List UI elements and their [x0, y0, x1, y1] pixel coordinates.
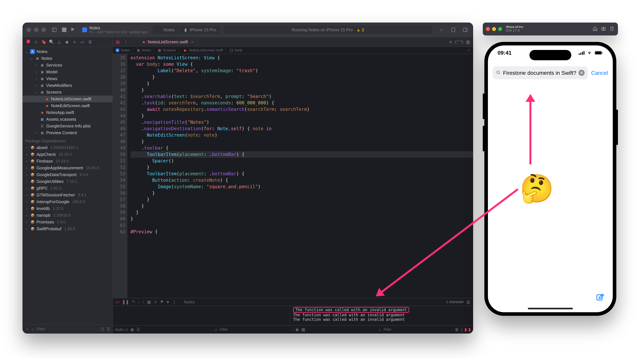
project-tree[interactable]: ⌄A Notes ⌄▣ Notes ›▣Services ›▣Model ›▣V… [23, 47, 112, 324]
tree-package[interactable]: ›📦Firebase10.24.0 [23, 158, 112, 164]
pause-button[interactable]: ❚❚ [122, 299, 129, 304]
authors-button[interactable]: ⎌ [468, 48, 470, 52]
tree-package[interactable]: ›📦SwiftProtobuf1.26.0 [23, 225, 112, 232]
navigator-filter-input[interactable] [36, 327, 98, 331]
view-debug-button[interactable]: ▦ [147, 299, 151, 304]
tree-file-selected[interactable]: ◆NotesListScreen.swift [23, 96, 112, 102]
auto-scope-button[interactable]: Auto ◇ [115, 327, 128, 332]
clear-button[interactable]: ✕ [578, 70, 584, 76]
quicklook-icon[interactable]: ◉ [130, 327, 134, 332]
nav-forward-button[interactable]: 〉 [130, 39, 134, 45]
show-vars-button[interactable]: ▮ [464, 327, 467, 332]
tree-package[interactable]: ›📦InteropForGoogle100.0.0 [23, 198, 112, 205]
nav-back-button[interactable]: 〈 [122, 39, 127, 45]
screenshot-button[interactable] [600, 26, 606, 32]
tree-folder[interactable]: ›▣Views [23, 75, 112, 82]
tree-folder[interactable]: ›▣Preview Content [23, 129, 112, 136]
jump-bar[interactable]: A Notes〉 ▣Notes〉 ▣Screens〉 ◆NotesListScr… [113, 47, 473, 54]
scheme-selector[interactable]: Notes #1 – Add "Notes for iOS" sample ap… [79, 23, 151, 37]
add-target-button[interactable]: ＋ [25, 326, 29, 332]
tree-package[interactable]: ›📦GoogleDataTransport9.4.0 [23, 171, 112, 178]
tree-package[interactable]: ›📦AppCheck10.19.0 [23, 151, 112, 158]
scm-filter-button[interactable]: ☰ [106, 327, 110, 331]
debug-tab[interactable]: ⎋ [72, 40, 78, 45]
tree-package[interactable]: ›📦GTMSessionFetcher3.4.1 [23, 192, 112, 198]
add-button[interactable]: ＋ [437, 27, 446, 33]
tree-folder[interactable]: ›▣Services [23, 62, 112, 69]
show-console-button[interactable]: ▮ [468, 327, 471, 332]
rotate-button[interactable] [609, 26, 615, 32]
clear-console-button[interactable]: 🗑 [455, 327, 459, 332]
home-button[interactable] [592, 26, 598, 32]
reports-tab[interactable]: ≣ [87, 40, 93, 45]
environment-button[interactable]: ⚑ [160, 299, 164, 304]
console-input-icon[interactable]: ▦ [301, 327, 305, 332]
issues-tab[interactable]: △ [56, 40, 62, 45]
tree-package[interactable]: ›📦leveldb1.22.5 [23, 205, 112, 212]
tree-file[interactable]: ☰GoogleService-Info.plist [23, 123, 112, 129]
tree-file[interactable]: ◆NotesApp.swift [23, 109, 112, 116]
traffic-close[interactable] [486, 27, 490, 31]
search-field[interactable]: Firestone documents in Swift? ✕ [493, 66, 588, 79]
toggle-inspector-button[interactable] [461, 27, 470, 33]
tree-package[interactable]: ›📦nanopb2.30910.0 [23, 212, 112, 219]
traffic-minimize[interactable] [34, 28, 38, 32]
step-into-button[interactable]: ↓ [138, 299, 140, 304]
location-button[interactable]: ➤ [166, 299, 170, 304]
console-view[interactable]: The function was called with an invalid … [290, 306, 473, 325]
variables-filter-input[interactable] [220, 327, 290, 332]
traffic-zoom[interactable] [498, 27, 502, 31]
traffic-minimize[interactable] [492, 27, 496, 31]
minimap-button[interactable]: ≡ [450, 40, 452, 45]
related-items-button[interactable]: ▤ [116, 40, 120, 45]
breakpoints-tab[interactable]: ▭ [79, 40, 86, 45]
console-output-icon[interactable]: ◉ [295, 327, 299, 332]
bookmarks-tab[interactable]: 🔖 [41, 40, 47, 45]
home-indicator[interactable] [528, 308, 573, 309]
variables-view[interactable] [113, 306, 290, 325]
adjust-editor-button[interactable]: ⫍⫎ [455, 40, 463, 45]
tree-package[interactable]: ›📦gRPC1.62.2 [23, 185, 112, 192]
tree-folder[interactable]: ›▣ViewModifiers [23, 82, 112, 89]
tree-package[interactable]: ›📦GoogleUtilities7.13.1 [23, 178, 112, 185]
toggle-breakpoints-button[interactable]: ▭ [116, 299, 120, 304]
source-editor[interactable]: 3536373839404142434445464748495051525354… [113, 54, 473, 298]
editor-tab-active[interactable]: ◆ NotesListScreen.swift × [138, 37, 198, 47]
library-button[interactable] [449, 27, 458, 33]
tree-folder[interactable]: ⌄▣ Notes [23, 55, 112, 62]
recent-filter-button[interactable]: ◳ [100, 327, 104, 331]
stop-button[interactable] [62, 28, 66, 32]
add-editor-button[interactable]: ▥ [466, 40, 470, 45]
print-icon[interactable]: ☰ [136, 327, 140, 332]
tree-package[interactable]: ›📦Promises2.4.0 [23, 219, 112, 225]
step-out-button[interactable]: ↑ [142, 299, 144, 304]
tree-package[interactable]: ›📦GoogleAppMeasurement10.24.0 [23, 164, 112, 171]
tree-package[interactable]: ›📦abseil1.2024011601.1 [23, 144, 112, 151]
cancel-button[interactable]: Cancel [591, 70, 608, 76]
warnings-badge[interactable]: ▲ 2 [356, 27, 364, 32]
close-tab-button[interactable]: × [191, 40, 194, 45]
tree-folder[interactable]: ›▣Model [23, 69, 112, 75]
destination-selector[interactable]: Notes 〉 ▮ iPhone 15 Pro [152, 25, 221, 34]
project-navigator-tab[interactable] [25, 39, 32, 45]
compose-button[interactable] [596, 293, 605, 303]
traffic-close[interactable] [26, 28, 31, 32]
toggle-navigator-button[interactable] [50, 23, 59, 37]
toggle-debug-area-button[interactable]: ▥ [466, 299, 470, 304]
step-over-button[interactable]: ↷ [132, 299, 135, 304]
tests-tab[interactable]: ◆ [64, 40, 70, 45]
tree-folder[interactable]: ⌄▣Screens [23, 89, 112, 96]
tree-project-root[interactable]: ⌄A Notes [23, 48, 112, 55]
source-control-tab[interactable]: ◇ [33, 40, 39, 45]
window-traffic-lights[interactable] [23, 23, 50, 37]
search-input-text[interactable]: Firestone documents in Swift? [503, 70, 576, 76]
run-button[interactable] [70, 27, 76, 33]
console-filter-input[interactable] [383, 327, 453, 332]
memory-graph-button[interactable]: ⚛ [154, 299, 158, 304]
tree-file[interactable]: ▦Assets.xcassets [23, 116, 112, 123]
find-tab[interactable]: 🔍 [48, 40, 54, 45]
traffic-zoom[interactable] [41, 28, 46, 32]
activity-status[interactable]: Running Notes on iPhone 15 Pro ▲ 2 [223, 25, 432, 34]
tree-file[interactable]: ◆NoteEditScreen.swift [23, 102, 112, 109]
window-traffic-lights[interactable] [486, 27, 502, 31]
